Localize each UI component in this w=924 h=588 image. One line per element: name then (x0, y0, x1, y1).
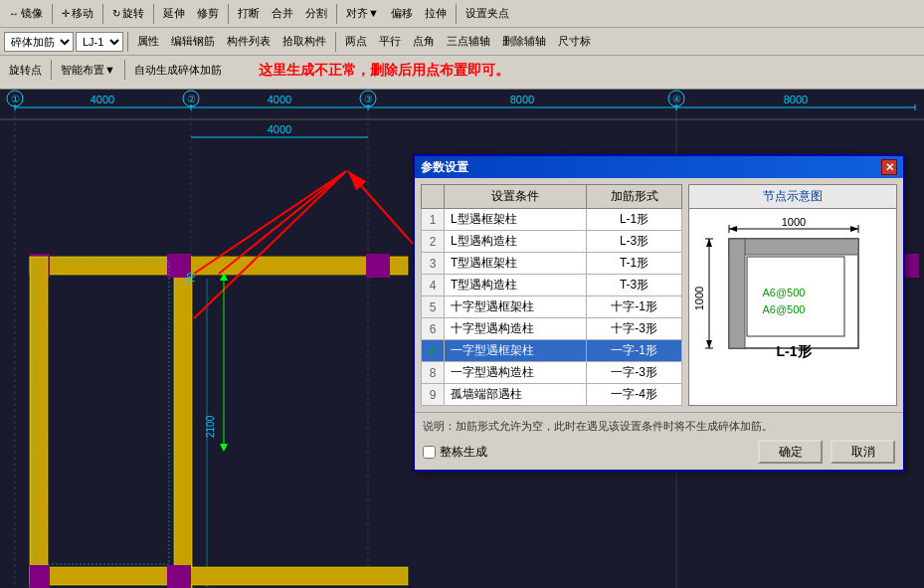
stretch-button[interactable]: 拉伸 (420, 4, 452, 23)
svg-text:A6@500: A6@500 (763, 287, 806, 298)
dialog-buttons-row: 整栋生成 确定 取消 (423, 440, 895, 464)
dialog-preview-area: 节点示意图 1000 (688, 184, 897, 406)
svg-text:③: ③ (364, 94, 373, 104)
preview-canvas: 1000 1000 (689, 209, 896, 368)
table-cell-form: 一字-1形 (587, 340, 682, 362)
table-cell-form: L-1形 (587, 209, 682, 231)
sep2 (102, 4, 103, 24)
dialog-checkbox-area: 整栋生成 (423, 444, 487, 461)
svg-text:8000: 8000 (784, 94, 808, 105)
auto-generate-button[interactable]: 自动生成碎体加筋 (129, 61, 227, 80)
rotate-icon: ↻ (112, 8, 120, 19)
svg-rect-55 (167, 565, 191, 588)
table-header-num (422, 185, 445, 209)
cancel-button[interactable]: 取消 (831, 440, 895, 464)
toolbar-row1: ↔ 镜像 ✛ 移动 ↻ 旋转 延伸 修剪 打断 合并 分割 (0, 0, 924, 28)
batch-generate-checkbox[interactable] (423, 446, 436, 459)
properties-button[interactable]: 属性 (132, 32, 164, 51)
dialog-titlebar: 参数设置 ✕ (415, 156, 903, 178)
mirror-button[interactable]: ↔ 镜像 (4, 4, 48, 23)
table-cell-condition: 十字型遇构造柱 (445, 318, 587, 340)
table-row[interactable]: 6十字型遇构造柱十字-3形 (422, 318, 682, 340)
table-cell-condition: 十字型遇框架柱 (445, 296, 587, 318)
svg-text:L-1形: L-1形 (777, 343, 813, 359)
table-cell-condition: 一字型遇构造柱 (445, 362, 587, 384)
dimension-button[interactable]: 尺寸标 (553, 32, 596, 51)
svg-text:①: ① (11, 94, 20, 104)
table-cell-condition: 孤墙端部遇柱 (445, 384, 587, 406)
extend-button[interactable]: 延伸 (158, 4, 190, 23)
sep7 (127, 32, 128, 52)
sep3 (153, 4, 154, 24)
dialog-content: 设置条件 加筋形式 1L型遇框架柱L-1形2L型遇构造柱L-3形3T型遇框架柱T… (415, 178, 903, 412)
table-row[interactable]: 5十字型遇框架柱十字-1形 (422, 296, 682, 318)
table-row[interactable]: ✓一字型遇框架柱一字-1形 (422, 340, 682, 362)
batch-generate-label: 整栋生成 (440, 444, 487, 461)
sep5 (336, 4, 337, 24)
break-button[interactable]: 打断 (233, 4, 265, 23)
table-cell-num: 1 (422, 209, 445, 231)
sep10 (124, 60, 125, 80)
offset-button[interactable]: 偏移 (386, 4, 418, 23)
move-button[interactable]: ✛ 移动 (57, 4, 98, 23)
smart-layout-button[interactable]: 智能布置▼ (56, 61, 120, 80)
svg-text:1000: 1000 (693, 287, 705, 310)
table-cell-form: 一字-4形 (587, 384, 682, 406)
sep1 (52, 4, 53, 24)
table-cell-condition: T型遇框架柱 (445, 253, 587, 275)
angle-point-button[interactable]: 点角 (408, 32, 440, 51)
table-cell-num: 5 (422, 296, 445, 318)
sep9 (51, 60, 52, 80)
sep4 (228, 4, 229, 24)
svg-rect-54 (30, 565, 50, 588)
setpoint-button[interactable]: 设置夹点 (461, 4, 514, 23)
table-header-form: 加筋形式 (587, 185, 682, 209)
delete-axis-button[interactable]: 删除辅轴 (497, 32, 551, 51)
svg-text:1000: 1000 (782, 216, 806, 228)
svg-text:4000: 4000 (268, 123, 291, 135)
table-cell-form: T-1形 (587, 253, 682, 275)
table-row[interactable]: 3T型遇框架柱T-1形 (422, 253, 682, 275)
two-point-button[interactable]: 两点 (340, 32, 372, 51)
component-list-button[interactable]: 构件列表 (222, 32, 276, 51)
mirror-icon: ↔ (9, 8, 19, 19)
table-cell-num: 8 (422, 362, 445, 384)
table-row[interactable]: 1L型遇框架柱L-1形 (422, 209, 682, 231)
pick-component-button[interactable]: 拾取构件 (277, 32, 331, 51)
split-button[interactable]: 分割 (300, 4, 332, 23)
dialog-close-button[interactable]: ✕ (881, 159, 897, 175)
table-row[interactable]: 4T型遇构造柱T-3形 (422, 275, 682, 296)
svg-rect-35 (366, 254, 390, 278)
svg-text:8000: 8000 (510, 94, 534, 105)
trim-button[interactable]: 修剪 (192, 4, 224, 23)
table-row[interactable]: 8一字型遇构造柱一字-3形 (422, 362, 682, 384)
annotation-text: 这里生成不正常，删除后用点布置即可。 (259, 62, 509, 80)
rotate-button[interactable]: ↻ 旋转 (107, 4, 149, 23)
rotate-point-button[interactable]: 旋转点 (4, 61, 47, 80)
table-header-condition: 设置条件 (445, 185, 587, 209)
table-row[interactable]: 9孤墙端部遇柱一字-4形 (422, 384, 682, 406)
table-cell-num: ✓ (422, 340, 445, 362)
table-cell-form: 一字-3形 (587, 362, 682, 384)
table-cell-num: 9 (422, 384, 445, 406)
confirm-button[interactable]: 确定 (758, 440, 823, 464)
table-row[interactable]: 2L型遇构造柱L-3形 (422, 231, 682, 253)
component-type-select[interactable]: 碎体加筋 (4, 32, 74, 52)
parallel-button[interactable]: 平行 (374, 32, 406, 51)
table-cell-condition: L型遇构造柱 (445, 231, 587, 253)
svg-text:A6@500: A6@500 (763, 303, 806, 315)
table-cell-condition: 一字型遇框架柱 (445, 340, 587, 362)
merge-button[interactable]: 合并 (267, 4, 298, 23)
dialog-table-area: 设置条件 加筋形式 1L型遇框架柱L-1形2L型遇构造柱L-3形3T型遇框架柱T… (421, 184, 682, 406)
component-id-select[interactable]: LJ-1 (76, 32, 123, 52)
toolbar-row2: 碎体加筋 LJ-1 属性 编辑钢筋 构件列表 拾取构件 两点 平行 点角 三点辅… (0, 28, 924, 56)
svg-rect-76 (729, 239, 745, 348)
dialog-title: 参数设置 (421, 159, 468, 176)
edit-rebar-button[interactable]: 编辑钢筋 (166, 32, 220, 51)
dialog-action-buttons: 确定 取消 (758, 440, 895, 464)
align-button[interactable]: 对齐▼ (341, 4, 384, 23)
svg-text:4000: 4000 (91, 94, 114, 105)
three-point-axis-button[interactable]: 三点辅轴 (442, 32, 495, 51)
table-cell-form: T-3形 (587, 275, 682, 296)
svg-text:④: ④ (672, 94, 681, 104)
